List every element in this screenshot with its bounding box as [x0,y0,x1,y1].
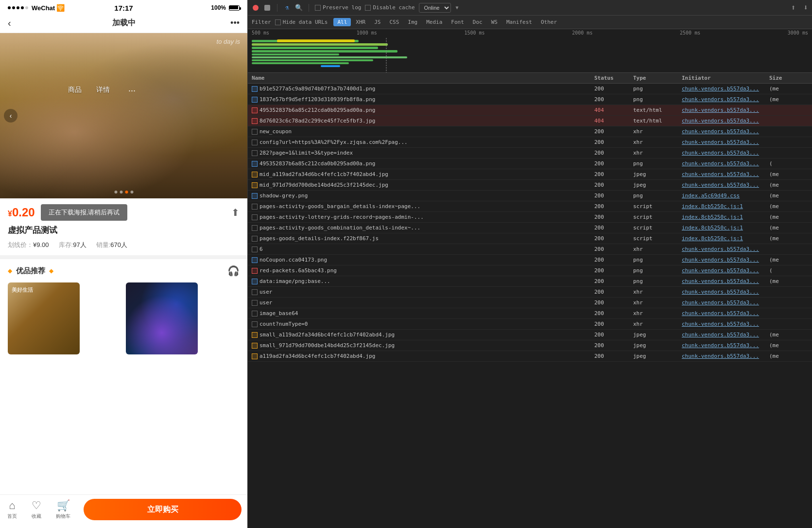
cell-status: 200 [594,182,633,188]
cell-initiator[interactable]: chunk-vendors.b557da3... [682,289,769,295]
cell-initiator[interactable]: chunk-vendors.b557da3... [682,353,769,359]
tab-details[interactable]: 详情 [96,86,110,96]
table-row[interactable]: pages-goods_details-index.f22bf867.js 20… [248,233,812,244]
cell-name: 282?page=1&limit=3&type=index [252,150,594,156]
filter-tab-xhr[interactable]: XHR [352,18,369,26]
table-row[interactable]: red-packets.6a5bac43.png 200 png chunk-v… [248,265,812,276]
filter-tab-doc[interactable]: Doc [469,18,486,26]
stop-button[interactable] [263,4,271,12]
headset-icon[interactable]: 🎧 [227,265,240,277]
tab-more-icon[interactable]: ··· [128,86,136,96]
original-price-label: 划线价：¥9.00 [8,241,49,249]
filter-tab-img[interactable]: Img [404,18,421,26]
table-row[interactable]: count?numType=0 200 xhr chunk-vendors.b5… [248,319,812,330]
table-row[interactable]: small_a119ad2fa34d6bc4fefc1cb7f402abd4.j… [248,330,812,340]
more-button[interactable]: ••• [230,18,240,28]
cell-initiator[interactable]: chunk-vendors.b557da3... [682,160,769,167]
cell-initiator[interactable]: chunk-vendors.b557da3... [682,139,769,145]
cell-initiator[interactable]: chunk-vendors.b557da3... [682,257,769,263]
cell-size: (me [769,193,808,199]
upload-icon[interactable]: ⬆ [791,3,796,12]
preserve-log-checkbox[interactable] [315,5,321,11]
filter-tab-manifest[interactable]: Manifest [502,18,536,26]
buy-button[interactable]: 立即购买 [84,499,242,520]
cell-initiator[interactable]: chunk-vendors.b557da3... [682,267,769,274]
cell-name: 1837e57bf9d5eff1203d310939fb8f8a.png [252,96,594,103]
share-button[interactable]: ⬆ [231,207,240,218]
table-row[interactable]: new_coupon 200 xhr chunk-vendors.b557da3… [248,126,812,137]
cell-initiator[interactable]: chunk-vendors.b557da3... [682,321,769,327]
disable-cache-checkbox[interactable] [365,5,371,11]
table-row[interactable]: config?url=https%3A%2F%2Fyx.zjqsa.com%2F… [248,137,812,148]
download-icon[interactable]: ⬇ [803,3,808,12]
table-row[interactable]: b91e5277a5c9a89d74b07f3a7b7400d1.png 200… [248,84,812,94]
rec-item-1[interactable]: 美好生活 [8,282,80,354]
cell-initiator[interactable]: chunk-vendors.b557da3... [682,299,769,306]
table-row[interactable]: 495352837b6a85c212cda0b0295ad00a.png 200… [248,158,812,169]
table-row[interactable]: data:image/png;base... 200 png chunk-ven… [248,276,812,287]
file-icon [252,353,258,359]
table-row[interactable]: pages-activity-goods_bargain_details-ind… [248,201,812,212]
cell-initiator[interactable]: chunk-vendors.b557da3... [682,171,769,177]
table-row[interactable]: small_971d79dd700dbe14bd4d25c3f2145dec.j… [248,340,812,351]
cell-initiator[interactable]: index.8cb5250c.js:1 [682,235,769,242]
table-row[interactable]: a119ad2fa34d6bc4fefc1cb7f402abd4.jpg 200… [248,351,812,362]
cell-initiator[interactable]: chunk-vendors.b557da3... [682,310,769,317]
cell-initiator[interactable]: index.8cb5250c.js:1 [682,203,769,210]
cell-initiator[interactable]: chunk-vendors.b557da3... [682,278,769,284]
table-row[interactable]: 6 200 xhr chunk-vendors.b557da3... [248,244,812,255]
table-row[interactable]: user 200 xhr chunk-vendors.b557da3... [248,287,812,298]
record-button[interactable] [252,4,259,12]
cell-initiator[interactable]: chunk-vendors.b557da3... [682,182,769,188]
cell-initiator[interactable]: chunk-vendors.b557da3... [682,128,769,135]
image-nav-left[interactable]: ‹ [4,109,17,123]
table-row[interactable]: mid_971d79dd700dbe14bd4d25c3f2145dec.jpg… [248,180,812,191]
network-throttle-select[interactable]: Online [419,3,451,13]
table-row[interactable]: pages-activity-goods_combination_details… [248,223,812,233]
search-icon[interactable]: 🔍 [295,4,303,12]
filter-icon[interactable]: ⚗ [283,4,291,12]
filter-tab-all[interactable]: All [333,18,351,26]
filter-tab-ws[interactable]: WS [487,18,501,26]
hide-data-urls-checkbox[interactable] [275,19,281,25]
nav-favorites[interactable]: ♡ 收藏 [32,499,41,520]
cell-initiator[interactable]: index.8cb5250c.js:1 [682,225,769,231]
filter-tab-media[interactable]: Media [422,18,446,26]
table-row[interactable]: user 200 xhr chunk-vendors.b557da3... [248,298,812,308]
filter-tab-css[interactable]: CSS [385,18,403,26]
table-row[interactable]: mid_a119ad2fa34d6bc4fefc1cb7f402abd4.jpg… [248,169,812,180]
table-row[interactable]: image_base64 200 xhr chunk-vendors.b557d… [248,308,812,319]
cell-initiator[interactable]: chunk-vendors.b557da3... [682,96,769,103]
cell-initiator[interactable]: chunk-vendors.b557da3... [682,332,769,338]
nav-cart[interactable]: 🛒 购物车 [56,499,70,520]
nav-home[interactable]: ⌂ 首页 [7,499,17,520]
download-poster-button[interactable]: 正在下载海报,请稍后再试 [41,204,128,221]
status-right: 100% [211,4,240,11]
divider-1 [0,255,247,259]
cell-name: user [252,289,594,295]
dt-filter-bar: Filter Hide data URLs All XHR JS CSS Img… [248,16,812,29]
cell-initiator[interactable]: chunk-vendors.b557da3... [682,342,769,349]
cell-initiator[interactable]: index.a5c69d49.css [682,193,769,199]
back-button[interactable]: ‹ [8,18,11,29]
table-row[interactable]: noCoupon.cca04173.png 200 png chunk-vend… [248,255,812,265]
table-row[interactable]: 1837e57bf9d5eff1203d310939fb8f8a.png 200… [248,94,812,105]
table-row[interactable]: pages-activity-lottery-grids-record~page… [248,212,812,223]
cell-initiator[interactable]: chunk-vendors.b557da3... [682,246,769,252]
table-row[interactable]: shadow-grey.png 200 png index.a5c69d49.c… [248,191,812,201]
cell-initiator[interactable]: chunk-vendors.b557da3... [682,150,769,156]
table-row[interactable]: 495352837b6a85c212cda0b0295ad00a.png 404… [248,105,812,116]
filter-tab-other[interactable]: Other [537,18,561,26]
table-row[interactable]: 8d76023c6c78ad2c299ce45f7ce5fbf3.jpg 404… [248,116,812,126]
cell-initiator[interactable]: index.8cb5250c.js:1 [682,214,769,220]
table-row[interactable]: 282?page=1&limit=3&type=index 200 xhr ch… [248,148,812,158]
rec-item-2[interactable] [126,282,198,354]
filter-tab-js[interactable]: JS [370,18,384,26]
tab-goods[interactable]: 商品 [68,86,82,96]
cell-initiator[interactable]: chunk-vendors.b557da3... [682,118,769,124]
cell-type: xhr [633,139,682,145]
filter-tab-font[interactable]: Font [447,18,468,26]
cell-initiator[interactable]: chunk-vendors.b557da3... [682,107,769,113]
cell-initiator[interactable]: chunk-vendors.b557da3... [682,86,769,92]
cell-name: pages-activity-goods_bargain_details-ind… [252,203,594,210]
